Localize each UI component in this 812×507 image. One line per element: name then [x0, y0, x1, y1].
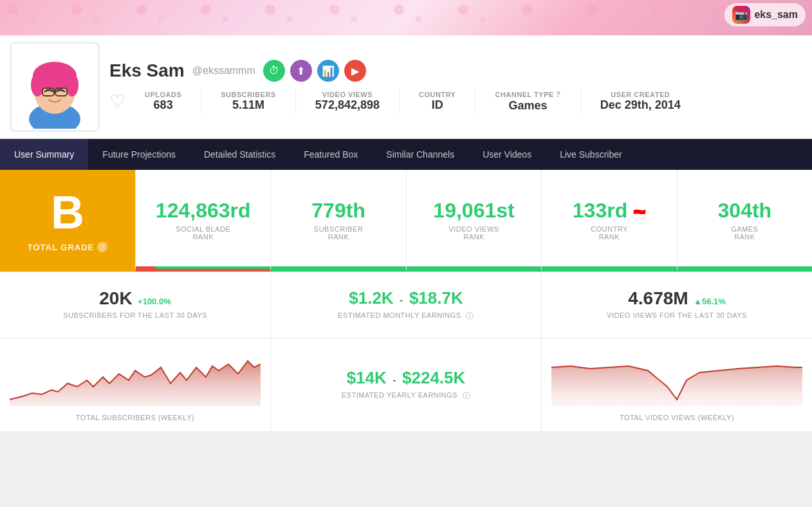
- monthly-earnings-dash: -: [400, 295, 406, 306]
- instagram-handle: eks_sam: [754, 9, 798, 21]
- user-created-stat: USER CREATED Dec 29th, 2014: [600, 91, 681, 112]
- stats-row: ♡ UPLOADS 683 SUBSCRIBERS 5.11M VIDEO VI…: [109, 88, 802, 114]
- subscriber-rank-cell: 779th SUBSCRIBERRANK: [270, 170, 405, 272]
- profile-section: eks-sam Eks Sam @ekssammm ⏱ ⬆ 📊 ▶ ♡ UPLO…: [0, 35, 812, 139]
- charts-row: TOTAL SUBSCRIBERS (WEEKLY) $14K - $224.5…: [0, 338, 812, 431]
- subscribers-30d-box: 20K +100.0% SUBSCRIBERS FOR THE LAST 30 …: [0, 272, 270, 338]
- video-views-30d-value-row: 4.678M ▲56.1%: [555, 288, 799, 309]
- video-views-rank: 19,061st: [433, 199, 514, 223]
- yearly-earnings-box: $14K - $224.5K ESTIMATED YEARLY EARNINGS…: [270, 338, 541, 431]
- social-blade-rank-label: SOCIAL BLADERANK: [176, 225, 230, 241]
- games-rank-cell: 304th GAMESRANK: [677, 170, 812, 272]
- country-label: COUNTRY: [419, 91, 456, 98]
- header-banner: 📷 eks_sam: [0, 0, 812, 35]
- video-views-progress-fill: [407, 266, 541, 269]
- channel-type-help-icon[interactable]: ?: [556, 90, 561, 99]
- user-created-label: USER CREATED: [600, 91, 681, 98]
- subscribers-30d-value-row: 20K +100.0%: [13, 288, 257, 309]
- video-views-weekly-chart-box: TOTAL VIDEO VIEWS (WEEKLY): [541, 338, 812, 431]
- yearly-earnings-dash: -: [392, 374, 399, 385]
- grade-letter: B: [51, 189, 84, 235]
- video-views-weekly-label: TOTAL VIDEO VIEWS (WEEKLY): [551, 414, 802, 421]
- instagram-icon: 📷: [732, 6, 750, 24]
- video-views-stat: VIDEO VIEWS 572,842,898: [315, 91, 380, 112]
- channel-type-value: Games: [495, 99, 560, 113]
- rank-cells: 124,863rd SOCIAL BLADERANK 779th SUBSCRI…: [135, 170, 812, 272]
- yt-stats-icon[interactable]: ⏱: [263, 60, 285, 82]
- monthly-earnings-label: ESTIMATED MONTHLY EARNINGS ⓘ: [284, 311, 528, 322]
- nav-live-subscriber[interactable]: Live Subscriber: [546, 139, 636, 170]
- subscribers-30d-change: +100.0%: [138, 297, 171, 306]
- uploads-stat: UPLOADS 683: [145, 91, 181, 112]
- divider-2: [295, 88, 296, 114]
- country-progress-fill: [542, 266, 676, 269]
- rankings-row: B TOTAL GRADE ? 124,863rd SOCIAL BLADERA…: [0, 170, 812, 272]
- subscribers-30d-label: SUBSCRIBERS FOR THE LAST 30 DAYS: [13, 311, 257, 319]
- subscribers-stat: SUBSCRIBERS 5.11M: [221, 91, 276, 112]
- subscribers-30d-main: 20K: [99, 288, 132, 308]
- yearly-earnings-min: $14K: [347, 368, 387, 387]
- video-views-30d-change: ▲56.1%: [694, 297, 726, 306]
- yearly-earnings-row: $14K - $224.5K: [347, 368, 466, 388]
- video-views-30d-label: VIDEO VIEWS FOR THE LAST 30 DAYS: [555, 311, 799, 319]
- social-blade-rank-cell: 124,863rd SOCIAL BLADERANK: [135, 170, 270, 272]
- country-value: ID: [419, 98, 456, 112]
- upload-icon[interactable]: ⬆: [290, 60, 312, 82]
- profile-icons: ⏱ ⬆ 📊 ▶: [263, 60, 366, 82]
- social-blade-progress-fill: [136, 266, 270, 269]
- country-rank-cell: 133rd 🇮🇩 COUNTRYRANK: [541, 170, 676, 272]
- grade-label: TOTAL GRADE: [28, 243, 94, 252]
- monthly-earnings-min: $1.2K: [349, 288, 393, 308]
- video-views-weekly-chart: [551, 348, 802, 406]
- video-views-30d-box: 4.678M ▲56.1% VIDEO VIEWS FOR THE LAST 3…: [541, 272, 812, 338]
- video-icon[interactable]: ▶: [344, 60, 366, 82]
- nav-user-summary[interactable]: User Summary: [0, 139, 88, 170]
- divider-4: [475, 88, 475, 114]
- nav-detailed-statistics[interactable]: Detailed Statistics: [190, 139, 290, 170]
- bar-chart-icon[interactable]: 📊: [317, 60, 339, 82]
- social-blade-progress: [136, 266, 270, 269]
- user-created-value: Dec 29th, 2014: [600, 98, 681, 112]
- video-views-30d-main: 4.678M: [628, 288, 688, 308]
- video-views-rank-label: VIDEO VIEWSRANK: [448, 225, 499, 241]
- games-progress: [678, 266, 812, 269]
- uploads-value: 683: [145, 98, 181, 112]
- instagram-badge[interactable]: 📷 eks_sam: [724, 3, 806, 26]
- subscribers-weekly-label: TOTAL SUBSCRIBERS (WEEKLY): [10, 414, 261, 421]
- subscribers-label: SUBSCRIBERS: [221, 91, 276, 98]
- yearly-earnings-help[interactable]: ⓘ: [463, 391, 471, 400]
- subscribers-weekly-chart: [10, 348, 261, 406]
- nav-user-videos[interactable]: User Videos: [468, 139, 546, 170]
- nav-similar-channels[interactable]: Similar Channels: [372, 139, 468, 170]
- divider-3: [399, 88, 400, 114]
- svg-text:eks-sam: eks-sam: [43, 120, 66, 127]
- video-views-value: 572,842,898: [315, 98, 380, 112]
- nav-featured-box[interactable]: Featured Box: [290, 139, 372, 170]
- video-views-rank-cell: 19,061st VIDEO VIEWSRANK: [406, 170, 541, 272]
- favorite-button[interactable]: ♡: [109, 91, 125, 112]
- main-content: B TOTAL GRADE ? 124,863rd SOCIAL BLADERA…: [0, 170, 812, 431]
- country-progress: [542, 266, 676, 269]
- channel-type-stat: CHANNEL TYPE ? Games: [495, 90, 560, 113]
- nav-bar: User Summary Future Projections Detailed…: [0, 139, 812, 170]
- games-progress-fill: [678, 266, 812, 269]
- monthly-earnings-row: $1.2K - $18.7K: [284, 288, 528, 308]
- stats-boxes-row: 20K +100.0% SUBSCRIBERS FOR THE LAST 30 …: [0, 272, 812, 338]
- games-rank-label: GAMESRANK: [731, 225, 758, 241]
- uploads-label: UPLOADS: [145, 91, 181, 98]
- subscribers-value: 5.11M: [221, 98, 276, 112]
- country-rank-label: COUNTRYRANK: [591, 225, 628, 241]
- channel-handle: @ekssammm: [192, 65, 255, 77]
- monthly-earnings-max: $18.7K: [409, 288, 463, 308]
- profile-name-row: Eks Sam @ekssammm ⏱ ⬆ 📊 ▶: [109, 60, 802, 82]
- subscriber-rank: 779th: [311, 199, 365, 223]
- country-rank: 133rd 🇮🇩: [573, 199, 646, 223]
- grade-help-icon[interactable]: ?: [97, 242, 107, 252]
- nav-future-projections[interactable]: Future Projections: [88, 139, 190, 170]
- profile-info: Eks Sam @ekssammm ⏱ ⬆ 📊 ▶ ♡ UPLOADS 683 …: [109, 60, 802, 114]
- divider-1: [201, 88, 201, 114]
- channel-name: Eks Sam: [109, 60, 185, 81]
- monthly-earnings-help[interactable]: ⓘ: [466, 311, 474, 320]
- video-views-progress: [407, 266, 541, 269]
- monthly-earnings-box: $1.2K - $18.7K ESTIMATED MONTHLY EARNING…: [270, 272, 541, 338]
